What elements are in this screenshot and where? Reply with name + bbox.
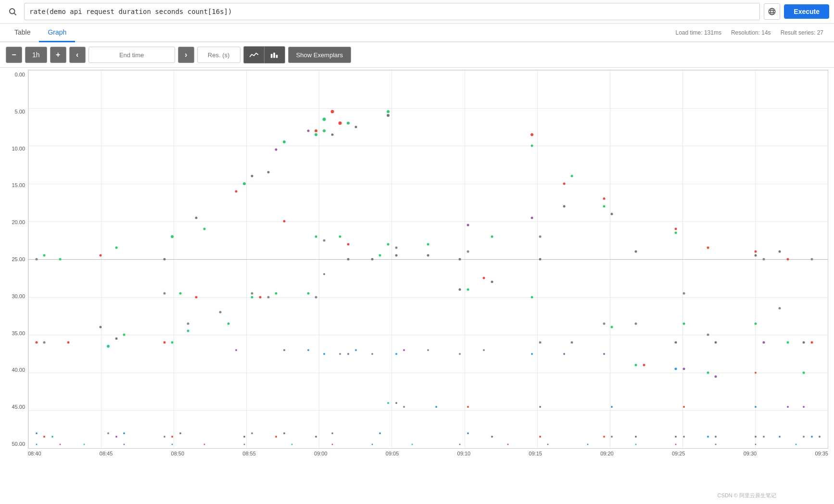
show-exemplars-button[interactable]: Show Exemplars [288, 47, 352, 63]
scatter-dot [347, 122, 350, 125]
scatter-dot [491, 281, 493, 283]
scatter-dot [611, 326, 613, 328]
x-label-10: 09:30 [744, 451, 757, 456]
scatter-dot [235, 190, 238, 192]
scatter-dot [563, 205, 565, 207]
scatter-dot [786, 258, 789, 261]
scatter-dot [84, 444, 85, 445]
scatter-dot [635, 444, 637, 445]
scatter-dot [99, 326, 101, 328]
scatter-dot [251, 175, 253, 177]
y-label-0: 50.00 [0, 441, 25, 447]
scatter-dot [755, 372, 757, 374]
scatter-dot [315, 133, 317, 136]
scatter-dot [315, 436, 317, 438]
scatter-dot [539, 341, 541, 343]
x-label-7: 09:15 [529, 451, 542, 456]
scatter-dot [51, 436, 53, 438]
scatter-dot [427, 349, 429, 351]
tabs-row: Table Graph Load time: 131ms Resolution:… [0, 24, 834, 42]
scatter-dot [675, 341, 677, 343]
tab-graph[interactable]: Graph [39, 24, 75, 42]
scatter-dot [67, 341, 70, 343]
bar-chart-button[interactable] [265, 47, 285, 63]
scatter-dot [459, 444, 461, 445]
scatter-dot [315, 129, 317, 132]
chart-plot-area [28, 70, 828, 449]
search-icon[interactable] [5, 4, 20, 19]
svg-rect-7 [273, 53, 275, 58]
scatter-dot [43, 436, 45, 438]
tab-table[interactable]: Table [6, 24, 39, 42]
scatter-dot [163, 292, 165, 294]
scatter-dot [427, 254, 430, 257]
scatter-dot [539, 258, 541, 261]
scatter-dot [531, 216, 533, 219]
scatter-dot [611, 436, 613, 438]
svg-line-1 [14, 13, 16, 15]
line-chart-button[interactable] [244, 47, 265, 63]
scatter-dot [707, 247, 709, 249]
tabs-meta: Load time: 131ms Resolution: 14s Result … [676, 29, 828, 36]
scatter-dot [571, 175, 573, 177]
scatter-dot [539, 235, 541, 238]
scatter-dot [467, 224, 469, 227]
scatter-dot [803, 341, 805, 343]
decrease-duration-button[interactable]: − [6, 47, 22, 63]
scatter-dot [635, 251, 637, 253]
scatter-dot [275, 436, 277, 438]
load-time: Load time: 131ms [676, 29, 721, 36]
grid-h-line [28, 221, 828, 222]
search-bar: Execute [0, 0, 834, 24]
prev-time-button[interactable]: ‹ [69, 47, 86, 63]
scatter-dot [715, 444, 717, 445]
scatter-dot [755, 322, 757, 325]
scatter-dot [715, 341, 717, 343]
resolution-input[interactable] [197, 47, 240, 63]
grid-h-line [28, 184, 828, 184]
grid-h-line [28, 146, 828, 146]
globe-button[interactable] [764, 3, 780, 20]
query-input[interactable] [24, 3, 760, 20]
y-label-9: 5.00 [0, 109, 25, 114]
scatter-dot [323, 353, 325, 355]
scatter-dot [459, 288, 461, 290]
scatter-dot [36, 444, 37, 445]
scatter-dot [787, 406, 789, 408]
scatter-dot [539, 406, 541, 408]
scatter-dot [531, 145, 533, 147]
scatter-dot [763, 341, 765, 343]
scatter-dot [675, 367, 677, 370]
scatter-dot [323, 129, 326, 132]
y-label-3: 35.00 [0, 330, 25, 336]
y-label-8: 10.00 [0, 146, 25, 151]
svg-point-0 [10, 9, 15, 14]
end-time-input[interactable] [88, 47, 175, 63]
scatter-dot [803, 436, 805, 438]
scatter-dot [347, 353, 349, 355]
scatter-dot [267, 171, 269, 174]
y-label-5: 25.00 [0, 256, 25, 262]
x-label-1: 08:45 [100, 451, 113, 456]
scatter-dot [179, 292, 181, 294]
scatter-dot [675, 436, 677, 438]
grid-h-line [28, 410, 828, 411]
y-label-6: 20.00 [0, 219, 25, 225]
scatter-dot [427, 243, 430, 245]
scatter-dot [275, 292, 278, 294]
grid-h-line [28, 297, 828, 298]
svg-rect-8 [276, 55, 278, 58]
scatter-dot [371, 258, 373, 261]
execute-button[interactable]: Execute [784, 4, 829, 19]
scatter-dot [339, 122, 342, 125]
scatter-dot [603, 436, 605, 438]
scatter-dot [810, 341, 813, 343]
scatter-dot [403, 406, 405, 408]
scatter-dot [786, 341, 789, 343]
scatter-dot [707, 436, 709, 438]
x-label-4: 09:00 [314, 451, 328, 456]
scatter-dot [330, 110, 334, 113]
next-time-button[interactable]: › [178, 47, 194, 63]
increase-duration-button[interactable]: + [50, 47, 66, 63]
scatter-dot [643, 364, 645, 366]
